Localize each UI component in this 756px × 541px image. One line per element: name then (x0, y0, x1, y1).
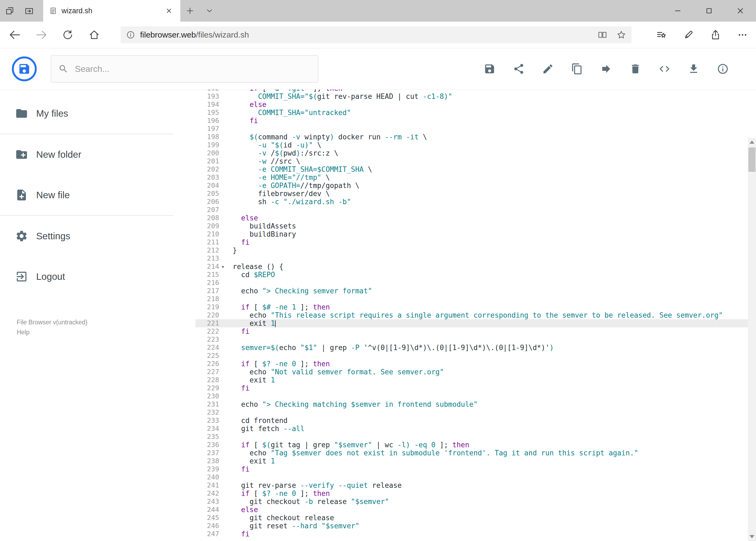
code-line[interactable]: 238 exit 1 (195, 457, 748, 465)
code-line[interactable]: 208 else (195, 214, 748, 222)
code-line[interactable]: 200 -v /$(pwd):/src:z \ (195, 149, 748, 157)
code-line[interactable]: 223 (195, 335, 748, 343)
code-line[interactable]: 197 (195, 125, 748, 133)
sidebar-item-logout[interactable]: Logout (0, 256, 195, 297)
code-line[interactable]: 244 else (195, 506, 748, 514)
code-line[interactable]: 198 $(command -v winpty) docker run --rm… (195, 133, 748, 141)
sidebar-item-new-folder[interactable]: New folder (0, 134, 195, 175)
tabs-set-aside-button[interactable] (0, 0, 19, 22)
more-button[interactable] (729, 22, 756, 48)
code-line[interactable]: 239 fi (195, 465, 748, 473)
fold-marker-icon[interactable]: ▾ (221, 263, 224, 270)
rename-button[interactable] (540, 61, 556, 76)
share-page-button[interactable] (702, 22, 729, 48)
code-line[interactable]: 195 COMMIT_SHA="untracked" (195, 109, 748, 117)
reading-view-icon[interactable] (598, 30, 607, 40)
code-line[interactable]: 245 git checkout release (195, 514, 748, 522)
search-box[interactable] (51, 55, 319, 83)
info-button[interactable] (715, 61, 730, 76)
vertical-scrollbar[interactable] (748, 138, 756, 541)
code-line[interactable]: 211 fi (195, 238, 748, 246)
share-button[interactable] (511, 61, 526, 76)
code-line[interactable]: 210 buildBinary (195, 230, 748, 238)
app-logo[interactable] (12, 56, 37, 81)
search-input[interactable] (75, 64, 311, 74)
code-line[interactable]: 215 cd $REPO (195, 270, 748, 279)
delete-button[interactable] (628, 61, 643, 76)
code-line[interactable]: 205 filebrowser/dev \ (195, 190, 748, 198)
code-line[interactable]: 234 git fetch --all (195, 425, 748, 433)
code-line[interactable]: 233 cd frontend (195, 416, 748, 425)
code-line[interactable]: 214▾release () { (195, 263, 748, 270)
code-line[interactable]: 199 -u "$(id -u)" \ (195, 141, 748, 149)
code-line[interactable]: 212} (195, 246, 748, 255)
code-line[interactable]: 240 (195, 473, 748, 481)
code-line[interactable]: 193 COMMIT_SHA="$(git rev-parse HEAD | c… (195, 92, 748, 101)
code-line[interactable]: 194 else (195, 101, 748, 109)
code-line[interactable]: 242 if [ $? -ne 0 ]; then (195, 489, 748, 497)
help-link[interactable]: Help (17, 327, 88, 337)
browser-tab[interactable]: wizard.sh (43, 0, 180, 22)
code-line[interactable]: 229 fi (195, 384, 748, 392)
code-line[interactable]: 216 (195, 279, 748, 287)
code-line[interactable]: 237 echo "Tag $semver does not exist in … (195, 449, 748, 457)
code-line[interactable]: 232 (195, 408, 748, 416)
refresh-button[interactable] (55, 22, 81, 48)
code-line[interactable]: 236 if [ $(git tag | grep "$semver" | wc… (195, 441, 748, 449)
code-line[interactable]: 246 git reset --hard "$semver" (195, 522, 748, 530)
minimize-button[interactable] (662, 0, 693, 22)
sidebar-item-new-file[interactable]: New file (0, 175, 195, 215)
set-tabs-aside-button[interactable] (19, 0, 39, 22)
code-line[interactable]: 221 exit 1 (195, 319, 748, 327)
code-line[interactable]: 204 -e GOPATH=//tmp/gopath \ (195, 182, 748, 190)
code-editor[interactable]: 192 if [ -d ".git" ]; then193 COMMIT_SHA… (195, 89, 748, 541)
code-line[interactable]: 235 (195, 433, 748, 441)
home-button[interactable] (81, 22, 108, 48)
code-line[interactable]: 207 (195, 206, 748, 214)
code-line[interactable]: 226 if [ $? -ne 0 ]; then (195, 360, 748, 368)
code-line[interactable]: 219 if [ $# -ne 1 ]; then (195, 303, 748, 311)
code-line[interactable]: 225 (195, 352, 748, 360)
download-button[interactable] (686, 61, 701, 76)
code-line[interactable]: 192 if [ -d ".git" ]; then (195, 89, 748, 92)
code-line[interactable]: 213 (195, 255, 748, 263)
code-line[interactable]: 227 echo "Not valid semver format. See s… (195, 368, 748, 376)
code-line[interactable]: 220 echo "This release script requires a… (195, 311, 748, 319)
code-line[interactable]: 209 buildAssets (195, 222, 748, 230)
code-line[interactable]: 217 echo "> Checking semver format" (195, 287, 748, 295)
scroll-down-arrow[interactable] (750, 535, 754, 538)
code-line[interactable]: 206 sh -c "./wizard.sh -b" (195, 198, 748, 206)
code-line[interactable]: 222 fi (195, 327, 748, 335)
code-line[interactable]: 228 exit 1 (195, 376, 748, 384)
save-button[interactable] (482, 61, 497, 76)
code-line[interactable]: 202 -e COMMIT_SHA=$COMMIT_SHA \ (195, 165, 748, 174)
url-box[interactable]: filebrowser.web/files/wizard.sh (121, 26, 631, 43)
web-note-button[interactable] (675, 22, 702, 48)
code-line[interactable]: 201 -w //src \ (195, 157, 748, 165)
code-line[interactable]: 224 semver=$(echo "$1" | grep -P '^v(0|[… (195, 343, 748, 352)
code-line[interactable]: 231 echo "> Checking matching $semver in… (195, 400, 748, 408)
copy-button[interactable] (570, 61, 585, 76)
sidebar-item-settings[interactable]: Settings (0, 216, 195, 256)
maximize-button[interactable] (693, 0, 725, 22)
scrollbar-thumb[interactable] (748, 148, 755, 172)
code-line[interactable]: 196 fi (195, 117, 748, 125)
close-window-button[interactable] (725, 0, 756, 22)
tab-preview-toggle[interactable] (200, 0, 219, 22)
scroll-up-arrow[interactable] (750, 141, 754, 144)
code-line[interactable]: 218 (195, 295, 748, 303)
code-line[interactable]: 203 -e HOME="//tmp" \ (195, 174, 748, 182)
code-line[interactable]: 230 (195, 392, 748, 400)
sidebar-item-my-files[interactable]: My files (0, 93, 195, 134)
favorite-star-icon[interactable] (617, 30, 626, 40)
new-tab-button[interactable] (180, 0, 200, 22)
code-line[interactable]: 241 git rev-parse --verify --quiet relea… (195, 481, 748, 489)
tab-close-button[interactable] (163, 5, 174, 16)
forward-button[interactable] (28, 22, 55, 48)
move-button[interactable] (599, 61, 614, 76)
code-line[interactable]: 247 fi (195, 530, 748, 538)
back-button[interactable] (2, 22, 28, 48)
hub-favorites-button[interactable] (648, 22, 675, 48)
code-line[interactable]: 243 git checkout -b release "$semver" (195, 497, 748, 506)
code-view-button[interactable] (657, 61, 672, 76)
